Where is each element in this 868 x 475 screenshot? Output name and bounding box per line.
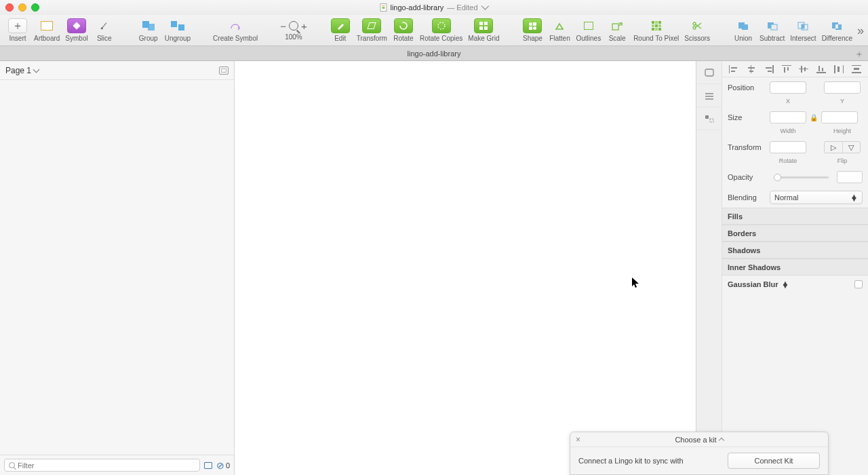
chevron-down-icon [481,2,489,10]
svg-point-1 [438,22,445,29]
svg-rect-19 [705,69,713,76]
rotate-button[interactable]: Rotate [390,15,417,46]
opacity-input[interactable] [837,171,863,183]
title-status: — Edited [447,3,477,12]
intersect-button[interactable]: Intersect [787,15,818,46]
document-icon [380,3,387,12]
align-vcenter-icon[interactable] [799,65,808,73]
chevron-up-icon [718,438,724,443]
flip-v-icon: ▽ [843,142,861,153]
popup-message: Connect a Lingo kit to sync with [578,457,719,465]
tab-label[interactable]: lingo-add-library [408,50,461,58]
minimize-icon[interactable] [18,3,26,12]
subtract-button[interactable]: Subtract [757,15,787,46]
outlines-button[interactable]: Outlines [573,15,604,46]
group-button[interactable]: Group [135,15,162,46]
svg-rect-23 [705,115,709,119]
close-popup-button[interactable]: × [576,435,580,444]
filter-input[interactable] [4,459,200,472]
zoom-icon[interactable] [31,3,39,12]
svg-rect-3 [612,24,618,30]
blend-mode-select[interactable]: Normal▲▼ [770,191,863,204]
svg-point-6 [693,26,696,29]
inner-shadows-section[interactable]: Inner Shadows [722,259,868,276]
slice-button[interactable]: Slice [91,15,118,46]
window-title[interactable]: lingo-add-library — Edited [380,3,488,12]
svg-rect-15 [802,24,804,28]
borders-section[interactable]: Borders [722,225,868,242]
width-input[interactable] [770,111,806,124]
svg-point-5 [693,22,696,25]
ungroup-button[interactable]: Ungroup [162,15,193,46]
layers-panel: Page 1 ⊘0 [0,61,235,475]
x-input[interactable] [770,81,806,94]
window-controls [5,3,39,12]
lock-icon[interactable]: 🔒 [810,113,817,121]
toolbar-overflow-icon[interactable]: » [857,15,864,46]
distribute-v-icon[interactable] [852,65,861,73]
transform-button[interactable]: Transform [354,15,390,46]
shadows-section[interactable]: Shadows [722,242,868,259]
round-pixel-button[interactable]: Round To Pixel [631,15,682,46]
insert-button[interactable]: ＋Insert [4,15,31,46]
title-filename: lingo-add-library [390,3,443,12]
symbol-button[interactable]: Symbol [62,15,90,46]
artboard-list-icon[interactable] [219,66,229,75]
inspector-tab-align[interactable] [696,84,722,107]
connect-kit-button[interactable]: Connect Kit [728,453,820,469]
cursor-icon [632,278,640,288]
toolbar: ＋Insert Artboard Symbol Slice Group Ungr… [0,15,868,46]
opacity-slider[interactable] [774,176,829,178]
svg-rect-12 [771,24,777,30]
union-button[interactable]: Union [730,15,757,46]
shape-button[interactable]: Shape [519,15,546,46]
inspector-tab-prototype[interactable] [696,107,722,130]
height-input[interactable] [821,111,858,124]
close-icon[interactable] [5,3,14,12]
rotate-input[interactable] [770,141,806,153]
inspector-tab-design[interactable] [696,61,722,84]
y-input[interactable] [824,81,861,94]
flip-h-icon: ▷ [825,142,843,153]
align-bottom-icon[interactable] [816,65,826,73]
align-right-icon[interactable] [764,65,774,73]
popup-title[interactable]: Choose a kit [675,436,716,444]
inspector-panel: Position XY Size🔒 WidthHeight Transform▷… [696,61,868,475]
align-left-icon[interactable] [729,65,738,73]
distribute-h-icon[interactable] [834,65,844,73]
loupe-icon [289,21,298,31]
svg-rect-18 [835,24,838,28]
page-selector[interactable]: Page 1 [0,61,234,80]
difference-button[interactable]: Difference [819,15,855,46]
fills-section[interactable]: Fills [722,208,868,225]
filter-slice-toggle[interactable]: ⊘0 [216,460,230,471]
rotate-copies-button[interactable]: Rotate Copies [417,15,465,46]
blur-section[interactable]: Gaussian Blur▲▼ [722,276,868,293]
artboard-button[interactable]: Artboard [31,15,62,46]
svg-rect-10 [742,24,748,30]
chevron-down-icon [33,66,40,73]
align-hcenter-icon[interactable] [747,65,756,73]
flip-controls[interactable]: ▷▽ [824,141,861,153]
zoom-control[interactable]: −+100% [277,15,310,46]
layers-footer: ⊘0 [0,455,234,475]
svg-point-0 [100,27,102,29]
flatten-button[interactable]: Flatten [546,15,573,46]
canvas[interactable]: × Choose a kit Connect a Lingo kit to sy… [235,61,696,475]
blur-checkbox[interactable] [854,280,863,288]
search-icon [9,462,15,468]
make-grid-button[interactable]: Make Grid [465,15,502,46]
filter-artboard-toggle[interactable] [204,462,212,469]
align-top-icon[interactable] [782,65,791,73]
lingo-popup: × Choose a kit Connect a Lingo kit to sy… [570,432,829,475]
create-symbol-button[interactable]: Create Symbol [210,15,260,46]
scale-button[interactable]: Scale [604,15,631,46]
titlebar: lingo-add-library — Edited [0,0,868,15]
new-tab-button[interactable]: ＋ [854,48,864,60]
edit-button[interactable]: Edit [327,15,354,46]
align-controls [722,61,868,77]
svg-rect-24 [710,119,713,122]
scissors-button[interactable]: Scissors [682,15,713,46]
document-tabbar: lingo-add-library ＋ [0,46,868,61]
